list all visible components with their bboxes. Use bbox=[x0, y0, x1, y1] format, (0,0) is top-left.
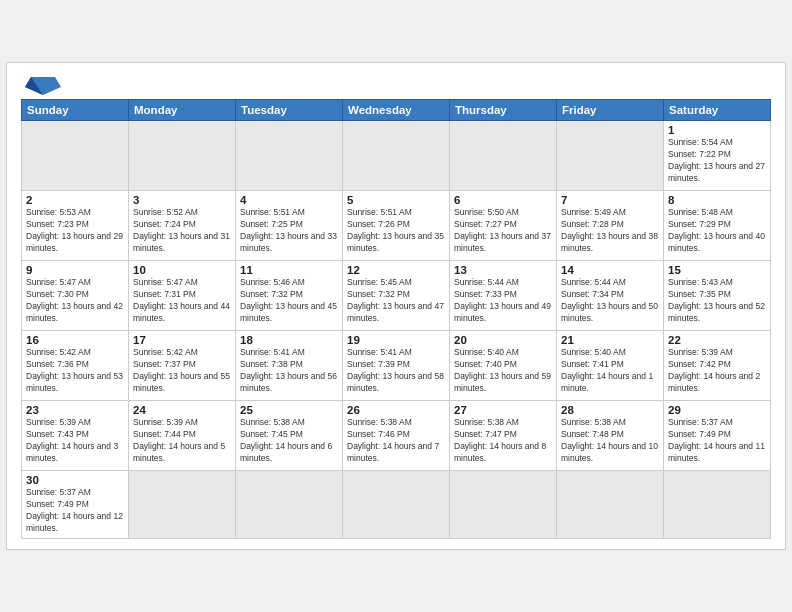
calendar-day-cell bbox=[236, 121, 343, 191]
day-number: 6 bbox=[454, 194, 552, 206]
calendar-day-cell bbox=[129, 471, 236, 539]
calendar-day-cell bbox=[557, 471, 664, 539]
calendar-week-row: 23Sunrise: 5:39 AMSunset: 7:43 PMDayligh… bbox=[22, 401, 771, 471]
weekday-header-row: SundayMondayTuesdayWednesdayThursdayFrid… bbox=[22, 100, 771, 121]
day-info: Sunrise: 5:47 AMSunset: 7:30 PMDaylight:… bbox=[26, 277, 124, 325]
calendar-day-cell: 23Sunrise: 5:39 AMSunset: 7:43 PMDayligh… bbox=[22, 401, 129, 471]
calendar-day-cell: 3Sunrise: 5:52 AMSunset: 7:24 PMDaylight… bbox=[129, 191, 236, 261]
calendar-day-cell: 22Sunrise: 5:39 AMSunset: 7:42 PMDayligh… bbox=[664, 331, 771, 401]
weekday-header-saturday: Saturday bbox=[664, 100, 771, 121]
calendar-day-cell: 9Sunrise: 5:47 AMSunset: 7:30 PMDaylight… bbox=[22, 261, 129, 331]
day-number: 17 bbox=[133, 334, 231, 346]
calendar-day-cell: 20Sunrise: 5:40 AMSunset: 7:40 PMDayligh… bbox=[450, 331, 557, 401]
calendar-day-cell: 29Sunrise: 5:37 AMSunset: 7:49 PMDayligh… bbox=[664, 401, 771, 471]
day-number: 16 bbox=[26, 334, 124, 346]
calendar-day-cell bbox=[557, 121, 664, 191]
day-number: 5 bbox=[347, 194, 445, 206]
calendar-day-cell: 7Sunrise: 5:49 AMSunset: 7:28 PMDaylight… bbox=[557, 191, 664, 261]
day-info: Sunrise: 5:47 AMSunset: 7:31 PMDaylight:… bbox=[133, 277, 231, 325]
day-number: 1 bbox=[668, 124, 766, 136]
calendar-day-cell: 12Sunrise: 5:45 AMSunset: 7:32 PMDayligh… bbox=[343, 261, 450, 331]
day-number: 23 bbox=[26, 404, 124, 416]
day-info: Sunrise: 5:52 AMSunset: 7:24 PMDaylight:… bbox=[133, 207, 231, 255]
weekday-header-friday: Friday bbox=[557, 100, 664, 121]
day-info: Sunrise: 5:40 AMSunset: 7:40 PMDaylight:… bbox=[454, 347, 552, 395]
day-info: Sunrise: 5:37 AMSunset: 7:49 PMDaylight:… bbox=[26, 487, 124, 535]
calendar-day-cell: 16Sunrise: 5:42 AMSunset: 7:36 PMDayligh… bbox=[22, 331, 129, 401]
day-number: 13 bbox=[454, 264, 552, 276]
day-info: Sunrise: 5:54 AMSunset: 7:22 PMDaylight:… bbox=[668, 137, 766, 185]
day-info: Sunrise: 5:37 AMSunset: 7:49 PMDaylight:… bbox=[668, 417, 766, 465]
day-info: Sunrise: 5:41 AMSunset: 7:39 PMDaylight:… bbox=[347, 347, 445, 395]
day-number: 29 bbox=[668, 404, 766, 416]
calendar-day-cell: 2Sunrise: 5:53 AMSunset: 7:23 PMDaylight… bbox=[22, 191, 129, 261]
day-info: Sunrise: 5:49 AMSunset: 7:28 PMDaylight:… bbox=[561, 207, 659, 255]
day-info: Sunrise: 5:38 AMSunset: 7:47 PMDaylight:… bbox=[454, 417, 552, 465]
calendar-day-cell bbox=[236, 471, 343, 539]
day-number: 21 bbox=[561, 334, 659, 346]
day-number: 19 bbox=[347, 334, 445, 346]
calendar-container: SundayMondayTuesdayWednesdayThursdayFrid… bbox=[6, 62, 786, 550]
calendar-day-cell: 24Sunrise: 5:39 AMSunset: 7:44 PMDayligh… bbox=[129, 401, 236, 471]
day-number: 26 bbox=[347, 404, 445, 416]
calendar-day-cell: 10Sunrise: 5:47 AMSunset: 7:31 PMDayligh… bbox=[129, 261, 236, 331]
day-number: 22 bbox=[668, 334, 766, 346]
day-info: Sunrise: 5:50 AMSunset: 7:27 PMDaylight:… bbox=[454, 207, 552, 255]
day-number: 20 bbox=[454, 334, 552, 346]
calendar-week-row: 1Sunrise: 5:54 AMSunset: 7:22 PMDaylight… bbox=[22, 121, 771, 191]
day-info: Sunrise: 5:43 AMSunset: 7:35 PMDaylight:… bbox=[668, 277, 766, 325]
header bbox=[21, 73, 771, 93]
weekday-header-tuesday: Tuesday bbox=[236, 100, 343, 121]
day-number: 9 bbox=[26, 264, 124, 276]
calendar-week-row: 30Sunrise: 5:37 AMSunset: 7:49 PMDayligh… bbox=[22, 471, 771, 539]
day-info: Sunrise: 5:40 AMSunset: 7:41 PMDaylight:… bbox=[561, 347, 659, 395]
calendar-day-cell: 15Sunrise: 5:43 AMSunset: 7:35 PMDayligh… bbox=[664, 261, 771, 331]
day-info: Sunrise: 5:38 AMSunset: 7:48 PMDaylight:… bbox=[561, 417, 659, 465]
day-number: 18 bbox=[240, 334, 338, 346]
weekday-header-monday: Monday bbox=[129, 100, 236, 121]
calendar-day-cell: 1Sunrise: 5:54 AMSunset: 7:22 PMDaylight… bbox=[664, 121, 771, 191]
day-info: Sunrise: 5:44 AMSunset: 7:33 PMDaylight:… bbox=[454, 277, 552, 325]
calendar-day-cell: 14Sunrise: 5:44 AMSunset: 7:34 PMDayligh… bbox=[557, 261, 664, 331]
calendar-day-cell bbox=[22, 121, 129, 191]
day-number: 4 bbox=[240, 194, 338, 206]
day-info: Sunrise: 5:39 AMSunset: 7:43 PMDaylight:… bbox=[26, 417, 124, 465]
calendar-day-cell: 28Sunrise: 5:38 AMSunset: 7:48 PMDayligh… bbox=[557, 401, 664, 471]
day-info: Sunrise: 5:45 AMSunset: 7:32 PMDaylight:… bbox=[347, 277, 445, 325]
calendar-day-cell bbox=[129, 121, 236, 191]
weekday-header-wednesday: Wednesday bbox=[343, 100, 450, 121]
calendar-day-cell: 8Sunrise: 5:48 AMSunset: 7:29 PMDaylight… bbox=[664, 191, 771, 261]
day-info: Sunrise: 5:51 AMSunset: 7:26 PMDaylight:… bbox=[347, 207, 445, 255]
day-info: Sunrise: 5:46 AMSunset: 7:32 PMDaylight:… bbox=[240, 277, 338, 325]
day-info: Sunrise: 5:44 AMSunset: 7:34 PMDaylight:… bbox=[561, 277, 659, 325]
calendar-day-cell: 11Sunrise: 5:46 AMSunset: 7:32 PMDayligh… bbox=[236, 261, 343, 331]
calendar-day-cell bbox=[450, 471, 557, 539]
day-info: Sunrise: 5:42 AMSunset: 7:36 PMDaylight:… bbox=[26, 347, 124, 395]
day-number: 12 bbox=[347, 264, 445, 276]
day-info: Sunrise: 5:48 AMSunset: 7:29 PMDaylight:… bbox=[668, 207, 766, 255]
day-info: Sunrise: 5:41 AMSunset: 7:38 PMDaylight:… bbox=[240, 347, 338, 395]
logo bbox=[21, 73, 61, 93]
calendar-week-row: 2Sunrise: 5:53 AMSunset: 7:23 PMDaylight… bbox=[22, 191, 771, 261]
day-info: Sunrise: 5:42 AMSunset: 7:37 PMDaylight:… bbox=[133, 347, 231, 395]
calendar-day-cell: 13Sunrise: 5:44 AMSunset: 7:33 PMDayligh… bbox=[450, 261, 557, 331]
day-number: 11 bbox=[240, 264, 338, 276]
day-number: 15 bbox=[668, 264, 766, 276]
day-info: Sunrise: 5:51 AMSunset: 7:25 PMDaylight:… bbox=[240, 207, 338, 255]
calendar-day-cell: 6Sunrise: 5:50 AMSunset: 7:27 PMDaylight… bbox=[450, 191, 557, 261]
day-number: 14 bbox=[561, 264, 659, 276]
day-number: 30 bbox=[26, 474, 124, 486]
calendar-week-row: 16Sunrise: 5:42 AMSunset: 7:36 PMDayligh… bbox=[22, 331, 771, 401]
calendar-day-cell: 25Sunrise: 5:38 AMSunset: 7:45 PMDayligh… bbox=[236, 401, 343, 471]
calendar-day-cell bbox=[664, 471, 771, 539]
calendar-day-cell: 26Sunrise: 5:38 AMSunset: 7:46 PMDayligh… bbox=[343, 401, 450, 471]
day-number: 25 bbox=[240, 404, 338, 416]
weekday-header-thursday: Thursday bbox=[450, 100, 557, 121]
calendar-day-cell: 17Sunrise: 5:42 AMSunset: 7:37 PMDayligh… bbox=[129, 331, 236, 401]
day-info: Sunrise: 5:39 AMSunset: 7:44 PMDaylight:… bbox=[133, 417, 231, 465]
calendar-day-cell bbox=[343, 471, 450, 539]
day-number: 10 bbox=[133, 264, 231, 276]
calendar-day-cell: 21Sunrise: 5:40 AMSunset: 7:41 PMDayligh… bbox=[557, 331, 664, 401]
calendar-day-cell: 5Sunrise: 5:51 AMSunset: 7:26 PMDaylight… bbox=[343, 191, 450, 261]
day-number: 27 bbox=[454, 404, 552, 416]
